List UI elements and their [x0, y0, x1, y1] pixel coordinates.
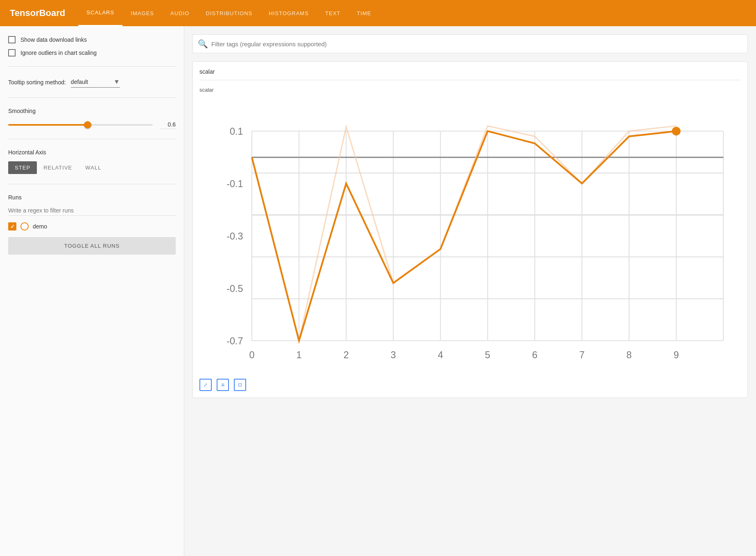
show-download-label: Show data download links — [20, 36, 87, 43]
axis-buttons: STEP RELATIVE WALL — [8, 161, 176, 174]
runs-filter-input[interactable] — [8, 206, 176, 216]
svg-text:-0.1: -0.1 — [226, 179, 243, 189]
nav-item-distributions[interactable]: DISTRIBUTIONS — [197, 0, 260, 26]
nav-item-images[interactable]: IMAGES — [122, 0, 162, 26]
tooltip-section: Tooltip sorting method: default ▼ — [8, 77, 176, 98]
svg-text:0.1: 0.1 — [230, 126, 243, 137]
slider-fill — [8, 124, 88, 126]
runs-label: Runs — [8, 194, 176, 201]
dropdown-arrow-icon: ▼ — [113, 78, 120, 86]
smoothing-value: 0.6 — [159, 121, 176, 129]
svg-text:7: 7 — [579, 350, 584, 360]
header: TensorBoard SCALARSIMAGESAUDIODISTRIBUTI… — [0, 0, 756, 26]
last-point-dot — [672, 127, 681, 136]
smoothing-label: Smoothing — [8, 108, 176, 114]
svg-text:5: 5 — [485, 350, 490, 360]
step-button[interactable]: STEP — [8, 161, 37, 174]
run-circle[interactable] — [20, 222, 29, 231]
header-nav: SCALARSIMAGESAUDIODISTRIBUTIONSHISTOGRAM… — [78, 0, 379, 26]
chart-container: 0.1 -0.1 -0.3 -0.5 -0.7 0 1 2 3 4 5 6 — [199, 96, 741, 375]
list-chart-button[interactable]: ≡ — [217, 379, 229, 391]
chart-title: scalar — [199, 87, 741, 93]
tooltip-row: Tooltip sorting method: default ▼ — [8, 77, 176, 88]
nav-item-scalars[interactable]: SCALARS — [78, 0, 122, 26]
relative-button[interactable]: RELATIVE — [37, 161, 79, 174]
data-line — [252, 131, 676, 341]
slider-track — [8, 124, 153, 126]
run-label: demo — [33, 223, 47, 230]
main-content: 🔍 scalar scalar — [184, 26, 756, 556]
run-checkbox-checked[interactable]: ✓ — [8, 222, 16, 231]
tooltip-select[interactable]: default ▼ — [71, 77, 120, 88]
smoothing-section: Smoothing 0.6 — [8, 108, 176, 139]
runs-section: Runs ✓ demo TOGGLE ALL RUNS — [8, 194, 176, 255]
run-item: ✓ demo — [8, 222, 176, 231]
expand-icon: ⤢ — [204, 382, 208, 388]
svg-text:8: 8 — [627, 350, 632, 360]
main-layout: Show data download links Ignore outliers… — [0, 26, 756, 556]
checkmark-icon: ✓ — [10, 224, 15, 230]
logo: TensorBoard — [10, 8, 65, 18]
nav-item-text[interactable]: TEXT — [317, 0, 349, 26]
ignore-outliers-checkbox[interactable] — [8, 49, 16, 57]
svg-text:4: 4 — [438, 350, 443, 360]
horizontal-axis-label: Horizontal Axis — [8, 149, 176, 156]
chart-card: scalar scalar — [192, 61, 748, 398]
svg-text:2: 2 — [344, 350, 349, 360]
show-download-checkbox[interactable] — [8, 36, 16, 43]
line-chart: 0.1 -0.1 -0.3 -0.5 -0.7 0 1 2 3 4 5 6 — [199, 96, 741, 375]
svg-text:0: 0 — [249, 350, 254, 360]
svg-text:-0.3: -0.3 — [226, 231, 243, 242]
chart-actions: ⤢ ≡ ⊡ — [199, 379, 741, 391]
filter-tags-input[interactable] — [211, 41, 742, 47]
svg-text:1: 1 — [297, 350, 302, 360]
smoothing-controls: 0.6 — [8, 121, 176, 129]
tooltip-select-value: default — [71, 79, 88, 85]
smooth-line — [252, 126, 676, 341]
nav-item-histograms[interactable]: HISTOGRAMS — [260, 0, 317, 26]
chart-card-title: scalar — [199, 68, 741, 80]
fit-icon: ⊡ — [238, 382, 242, 388]
svg-text:9: 9 — [674, 350, 679, 360]
filter-bar: 🔍 — [192, 34, 748, 53]
nav-item-audio[interactable]: AUDIO — [162, 0, 197, 26]
toggle-all-runs-button[interactable]: TOGGLE ALL RUNS — [8, 237, 176, 255]
fit-chart-button[interactable]: ⊡ — [234, 379, 246, 391]
nav-item-time[interactable]: TIME — [349, 0, 379, 26]
svg-text:3: 3 — [391, 350, 396, 360]
sidebar: Show data download links Ignore outliers… — [0, 26, 184, 556]
search-icon: 🔍 — [198, 39, 208, 49]
ignore-outliers-checkbox-row[interactable]: Ignore outliers in chart scaling — [8, 49, 176, 57]
tooltip-label: Tooltip sorting method: — [8, 79, 66, 86]
horizontal-axis-section: Horizontal Axis STEP RELATIVE WALL — [8, 149, 176, 184]
wall-button[interactable]: WALL — [79, 161, 108, 174]
expand-chart-button[interactable]: ⤢ — [199, 379, 212, 391]
svg-text:-0.5: -0.5 — [226, 283, 243, 294]
svg-text:-0.7: -0.7 — [226, 336, 243, 346]
list-icon: ≡ — [221, 382, 224, 388]
slider-thumb[interactable] — [84, 121, 91, 129]
smoothing-slider-container — [8, 121, 153, 129]
ignore-outliers-label: Ignore outliers in chart scaling — [20, 50, 97, 56]
checkboxes-section: Show data download links Ignore outliers… — [8, 36, 176, 67]
svg-text:6: 6 — [532, 350, 537, 360]
show-download-checkbox-row[interactable]: Show data download links — [8, 36, 176, 43]
